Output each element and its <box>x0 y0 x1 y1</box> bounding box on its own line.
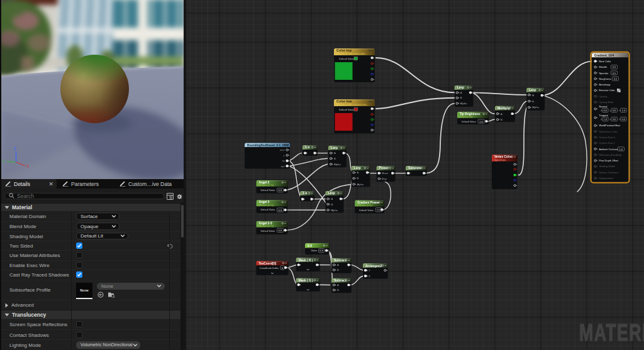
svg-text:A: A <box>337 263 339 266</box>
svg-text:xyz: xyz <box>281 165 285 168</box>
svg-text:TexCoord[0]: TexCoord[0] <box>258 262 276 265</box>
svg-text:B: B <box>501 118 502 121</box>
svg-text:Subsurface Color: Subsurface Color <box>599 131 618 133</box>
svg-text:A: A <box>501 112 502 116</box>
svg-text:B: B <box>331 203 333 206</box>
svg-text:X: X <box>26 164 30 168</box>
svg-text:Surface Thickness: Surface Thickness <box>599 172 619 174</box>
svg-text:Alpha: Alpha <box>331 209 338 212</box>
svg-text:Default Value: Default Value <box>261 230 275 232</box>
svg-text:A: A <box>337 283 339 287</box>
svg-text:Lerp: Lerp <box>354 166 361 170</box>
svg-text:Y: Y <box>3 159 6 163</box>
svg-text:WorldPositionOffset: WorldPositionOffset <box>599 124 621 127</box>
svg-text:Power: Power <box>379 166 389 170</box>
svg-text:Lerp: Lerp <box>331 146 338 150</box>
svg-text:Exp: Exp <box>382 177 387 180</box>
svg-text:Default Value: Default Value <box>339 108 354 111</box>
svg-text:Ambient Occlusion: Ambient Occlusion <box>599 148 619 151</box>
svg-text:Arctangent2: Arctangent2 <box>365 265 382 268</box>
svg-text:Saturate: Saturate <box>408 166 421 170</box>
svg-text:(Param (0.4)): (Param (0.4)) <box>357 204 372 207</box>
svg-text:Alpha: Alpha <box>334 163 341 166</box>
svg-text:A: A <box>357 171 359 174</box>
svg-text:B: B <box>337 268 339 271</box>
svg-text:(Param (1)): (Param (1)) <box>460 115 473 118</box>
svg-text:A: A <box>532 94 534 97</box>
svg-text:z: z <box>619 118 620 121</box>
svg-text:y: y <box>610 109 611 112</box>
svg-text:Default Value: Default Value <box>339 57 354 60</box>
svg-text:1.0: 1.0 <box>622 109 625 112</box>
svg-text:Roughness: Roughness <box>599 78 611 80</box>
svg-text:Metallic: Metallic <box>599 66 608 68</box>
svg-text:xy: xy <box>282 159 285 162</box>
svg-text:B: B <box>357 177 359 180</box>
svg-text:Multiply: Multiply <box>497 106 510 110</box>
svg-text:1-x: 1-x <box>303 191 308 195</box>
svg-text:0.5: 0.5 <box>614 78 617 80</box>
svg-text:B: B <box>334 157 336 160</box>
svg-text:Lerp: Lerp <box>529 88 536 92</box>
svg-text:y: y <box>610 118 611 121</box>
svg-text:0.0: 0.0 <box>613 109 616 112</box>
svg-text:0.4: 0.4 <box>377 208 380 211</box>
svg-text:Opacity: Opacity <box>599 96 608 98</box>
svg-text:0.5: 0.5 <box>319 249 323 252</box>
svg-text:Default Value: Default Value <box>261 209 275 211</box>
svg-text:0.5: 0.5 <box>613 72 616 75</box>
svg-text:Input Data: Input Data <box>494 158 506 161</box>
svg-text:A: A <box>460 91 462 94</box>
svg-text:Value: Value <box>311 249 318 252</box>
svg-text:0.0: 0.0 <box>613 118 616 121</box>
svg-text:Normal: Normal <box>599 105 608 108</box>
svg-text:(Param (0.885,0.004,0.004,..: (Param (0.885,0.004,0.004,.. <box>336 103 369 106</box>
svg-text:0.5: 0.5 <box>279 189 282 192</box>
svg-text:Base Color: Base Color <box>599 60 612 63</box>
svg-text:BoundingBoxBased_0-1_UVW: BoundingBoxBased_0-1_UVW <box>247 144 289 147</box>
svg-text:B: B <box>532 100 534 103</box>
svg-text:1.0: 1.0 <box>604 118 607 121</box>
svg-text:Pixel Depth Offset: Pixel Depth Offset <box>599 160 619 162</box>
svg-text:Gradient_G04: Gradient_G04 <box>594 54 614 57</box>
svg-text:Alpha: Alpha <box>460 102 467 105</box>
svg-text:Coordinate Index: Coordinate Index <box>260 266 279 270</box>
svg-text:X: X <box>369 275 370 278</box>
svg-text:(Param (0.5)): (Param (0.5)) <box>259 183 274 187</box>
svg-text:(Param (0.5)): (Param (0.5)) <box>259 224 274 227</box>
svg-text:Mask ( G ): Mask ( G ) <box>299 279 313 282</box>
svg-text:x: x <box>601 109 602 112</box>
svg-text:Emissive Color: Emissive Color <box>599 89 616 92</box>
svg-text:0.5: 0.5 <box>279 229 282 232</box>
svg-text:Default Value: Default Value <box>359 209 374 212</box>
svg-text:0.0: 0.0 <box>604 109 607 112</box>
svg-text:1.0: 1.0 <box>479 120 483 123</box>
svg-text:Shading Model: Shading Model <box>599 165 615 168</box>
svg-text:1.0: 1.0 <box>619 148 623 151</box>
svg-text:0.0: 0.0 <box>622 118 625 121</box>
svg-text:Z: Z <box>14 146 16 151</box>
svg-text:Subtract: Subtract <box>334 279 347 282</box>
svg-text:Alpha: Alpha <box>357 183 364 186</box>
svg-text:A: A <box>331 197 333 200</box>
svg-text:Base: Base <box>382 172 389 175</box>
svg-text:(Param (0.5)): (Param (0.5)) <box>259 204 274 207</box>
svg-text:Default Value: Default Value <box>462 121 476 123</box>
svg-text:Default Value: Default Value <box>261 189 275 192</box>
svg-text:Custom Data 0: Custom Data 0 <box>599 136 615 139</box>
svg-text:B: B <box>337 288 339 292</box>
svg-text:0.0: 0.0 <box>613 66 616 68</box>
svg-text:Specular: Specular <box>599 72 609 75</box>
svg-text:(Param (0.186,0.83,0.002,..: (Param (0.186,0.83,0.002,.. <box>336 52 367 55</box>
svg-text:Mask ( R ): Mask ( R ) <box>299 259 313 262</box>
svg-text:Opacity Mask: Opacity Mask <box>599 101 614 104</box>
svg-text:A: A <box>334 151 336 155</box>
svg-text:Alpha: Alpha <box>532 106 539 109</box>
svg-text:Custom Data 1: Custom Data 1 <box>599 142 615 145</box>
svg-text:1-x: 1-x <box>305 145 310 149</box>
svg-text:Tangent: Tangent <box>599 114 609 117</box>
svg-text:z: z <box>284 154 285 157</box>
svg-text:Lerp: Lerp <box>457 85 464 89</box>
svg-text:Subtract: Subtract <box>334 259 347 262</box>
svg-text:max: max <box>280 148 285 151</box>
